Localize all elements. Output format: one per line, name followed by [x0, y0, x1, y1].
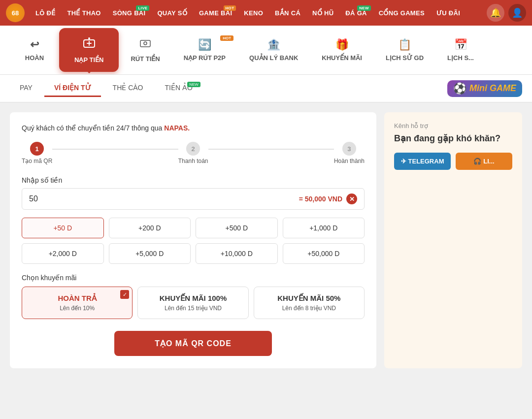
mini-game-logo[interactable]: ⚽ Mini GAME [447, 80, 522, 97]
nav-item-daga[interactable]: ĐÁ GÀ NEW [340, 6, 371, 20]
naprutp2p-icon: 🔄 [198, 38, 211, 51]
sub-tabs-bar: PAY VÍ ĐIỆN TỬ THẺ CÀO NEW TIỀN ẢO ⚽ Min… [0, 75, 532, 102]
promo-hoantra-title: HOÀN TRẢ [28, 294, 126, 303]
svg-rect-3 [140, 40, 150, 47]
promo-label: Chọn khuyến mãi [22, 274, 365, 282]
quick-amount-10000d[interactable]: +10,000 D [196, 243, 278, 264]
nav-item-lode[interactable]: LÔ ĐỀ [31, 6, 61, 20]
tab-label-hoan: HOÀN [25, 54, 44, 62]
subtab-label-thecao: THẺ CÀO [113, 84, 143, 92]
nav-label-quayso: QUAY SỐ [157, 9, 187, 17]
steps-row: 1 Tạo mã QR 2 Thanh toán 3 Hoàn thành [22, 142, 365, 164]
nav-item-uudai[interactable]: ƯU ĐÃI [432, 6, 465, 20]
lichsu2-icon: 📅 [454, 38, 467, 51]
mini-game-ball-icon: ⚽ [453, 82, 466, 95]
support-panel: Kênh hỗ trợ Bạn đang gặp khó khăn? ✈ TEL… [384, 112, 522, 368]
step-1-circle: 1 [30, 142, 44, 156]
amount-vnd-display: = 50,000 VND [299, 195, 342, 203]
live-label: LI... [483, 158, 494, 165]
subtab-vidientu[interactable]: VÍ ĐIỆN TỬ [44, 80, 101, 97]
subtab-tienao[interactable]: NEW TIỀN ẢO [155, 80, 202, 97]
quick-amount-2000d[interactable]: +2,000 D [22, 243, 104, 264]
naptien-icon [82, 36, 96, 53]
nav-item-keno[interactable]: KENO [239, 6, 268, 20]
nav-item-nohu[interactable]: NỔ HŨ [307, 6, 338, 20]
svg-point-1 [88, 37, 90, 39]
step-1-col: 1 Tạo mã QR [22, 142, 52, 164]
promo-100[interactable]: KHUYẾN MÃI 100% Lên đến 15 triệu VND [137, 287, 248, 319]
tab-label-lichsugd: LỊCH SỬ GD [386, 54, 424, 62]
mini-game-label: Mini GAME [469, 83, 516, 94]
quick-amounts-grid: +50 D +200 D +500 D +1,000 D +2,000 D +5… [22, 218, 365, 264]
napas-highlight: NAPAS. [164, 124, 190, 132]
promo-50-sub: Lên đến 8 triệu VND [260, 305, 358, 312]
nav-label-keno: KENO [244, 9, 263, 17]
quick-amount-500d[interactable]: +500 D [196, 218, 278, 238]
step-3-circle: 3 [342, 142, 356, 156]
nav-item-gamebai[interactable]: GAME BÀI HOT [194, 6, 237, 20]
quick-amount-200d[interactable]: +200 D [109, 218, 191, 238]
bell-icon: 🔔 [490, 7, 501, 18]
nav-label-conggames: CỔNG GAMES [379, 9, 425, 17]
tab-label-khuyenmai: KHUYẾN MÃI [322, 54, 362, 62]
logo-text: 68 [12, 9, 19, 17]
nav-item-banca[interactable]: BẮN CÁ [270, 6, 305, 20]
tab-lichsu2[interactable]: 📅 LỊCH S... [435, 33, 486, 66]
telegram-label: TELEGRAM [408, 158, 444, 165]
promo-100-title: KHUYẾN MÃI 100% [144, 294, 242, 303]
clear-amount-button[interactable]: ✕ [346, 193, 357, 204]
create-qr-label: TẠO MÃ QR CODE [155, 339, 232, 348]
notification-button[interactable]: 🔔 [487, 4, 504, 22]
step-2-circle: 2 [186, 142, 200, 156]
promo-50[interactable]: KHUYẾN MÃI 50% Lên đến 8 triệu VND [254, 287, 365, 319]
subtab-label-pay: PAY [20, 84, 33, 92]
tab-naprutp2p[interactable]: HOT 🔄 NẠP RÚT P2P [172, 33, 237, 66]
nav-item-thethao[interactable]: THỂ THAO [63, 6, 106, 20]
step-connector-1 [52, 142, 178, 150]
step-line-1 [52, 149, 178, 150]
tab-quanlybank[interactable]: 🏦 QUẢN LÝ BANK [237, 33, 310, 66]
tab-ruttien[interactable]: RÚT TIỀN [119, 32, 171, 67]
amount-input[interactable] [29, 194, 299, 203]
step-2-col: 2 Thanh toán [178, 142, 208, 164]
quick-amount-50d[interactable]: +50 D [22, 218, 104, 238]
amount-input-row: = 50,000 VND ✕ [22, 188, 365, 210]
tab-naptien[interactable]: NẠP TIỀN [59, 28, 119, 72]
quanlybank-icon: 🏦 [267, 38, 280, 51]
step-3-label: Hoàn thành [334, 158, 365, 164]
step-1-label: Tạo mã QR [22, 158, 52, 164]
nav-item-quayso[interactable]: QUAY SỐ [152, 6, 192, 20]
main-content: Quý khách có thể chuyển tiền 24/7 thông … [0, 102, 532, 378]
subtab-thecao[interactable]: THẺ CÀO [103, 80, 153, 97]
quick-amount-50000d[interactable]: +50,000 D [283, 243, 365, 264]
user-icon: 👤 [512, 7, 523, 18]
promo-options: ✓ HOÀN TRẢ Lên đến 10% KHUYẾN MÃI 100% L… [22, 287, 365, 319]
tab-lichsugd[interactable]: 📋 LỊCH SỬ GD [374, 33, 435, 66]
step-connector-2 [208, 142, 334, 150]
promo-hoantra[interactable]: ✓ HOÀN TRẢ Lên đến 10% [22, 287, 133, 319]
nav-label-nohu: NỔ HŨ [312, 9, 333, 17]
step-line-2 [208, 149, 334, 150]
nav-item-conggames[interactable]: CỔNG GAMES [374, 6, 430, 20]
create-qr-button[interactable]: TẠO MÃ QR CODE [114, 331, 272, 356]
tab-label-naptien: NẠP TIỀN [74, 56, 103, 64]
promo-100-sub: Lên đến 15 triệu VND [144, 305, 242, 312]
new-badge-tienao: NEW [187, 82, 200, 87]
live-support-button[interactable]: 🎧 LI... [456, 153, 512, 170]
quick-amount-5000d[interactable]: +5,000 D [109, 243, 191, 264]
subtab-pay[interactable]: PAY [10, 80, 42, 97]
content-left-panel: Quý khách có thể chuyển tiền 24/7 thông … [10, 112, 376, 368]
hot-badge-naprutp2p: HOT [220, 35, 233, 41]
telegram-button[interactable]: ✈ TELEGRAM [394, 153, 451, 170]
tab-hoan[interactable]: ↩ HOÀN [10, 33, 59, 66]
quick-amount-1000d[interactable]: +1,000 D [283, 218, 365, 238]
telegram-icon: ✈ [401, 158, 406, 165]
step-2-label: Thanh toán [178, 158, 208, 164]
support-buttons: ✈ TELEGRAM 🎧 LI... [394, 153, 512, 170]
site-logo[interactable]: 68 [6, 3, 25, 22]
user-profile-button[interactable]: 👤 [508, 4, 526, 22]
tab-label-naprutp2p: NẠP RÚT P2P [184, 54, 226, 62]
subtab-label-vidientu: VÍ ĐIỆN TỬ [54, 84, 91, 92]
nav-item-songbai[interactable]: SÒNG BÀI LIVE [108, 6, 151, 20]
tab-khuyenmai[interactable]: 🎁 KHUYẾN MÃI [310, 33, 374, 66]
